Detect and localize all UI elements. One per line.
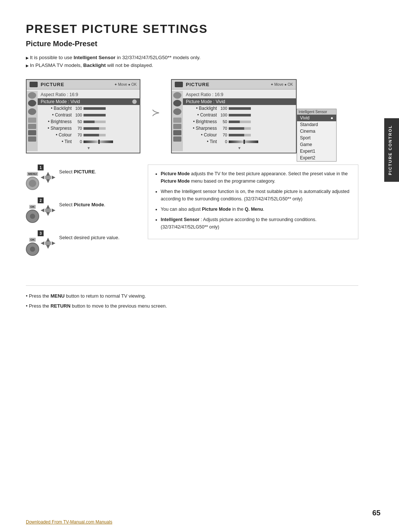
screen-left: PICTURE ✦ Move ● OK <box>26 79 140 153</box>
nav-mid-1 <box>41 176 55 179</box>
dropdown-sport[interactable]: Sport <box>297 135 336 141</box>
ok-inner <box>30 214 35 219</box>
step-3-text: Select desired picture value. <box>59 230 119 240</box>
brightness-bar-right: 50 <box>219 119 251 124</box>
nav-center-2 <box>45 209 51 212</box>
contrast-bar-right: 100 <box>219 113 251 117</box>
side-tab: PICTURE CONTROL <box>384 118 399 182</box>
nav-left-1[interactable] <box>41 176 44 179</box>
mode-row-left: Picture Mode : Vivid <box>38 98 140 105</box>
brightness-fill-right <box>229 121 240 123</box>
bottom-notes: Press the MENU button to return to norma… <box>26 285 358 309</box>
dropdown-game[interactable]: Game <box>297 141 336 148</box>
aspect-label-left: Aspect Ratio : 16:9 <box>41 92 78 97</box>
brightness-label-right: • Brightness <box>186 119 219 124</box>
backlight-bar-left: 100 <box>74 106 106 111</box>
backlight-label-left: • Backlight <box>41 106 74 111</box>
backlight-val-right: 100 <box>219 106 227 111</box>
r-icon-2 <box>173 100 181 106</box>
screen-left-nav: ✦ Move ● OK <box>114 82 137 87</box>
contrast-val-left: 100 <box>74 113 82 117</box>
item-contrast-left: • Contrast 100 <box>38 112 140 118</box>
tint-track-right <box>229 140 258 143</box>
nav-right-3[interactable] <box>52 241 55 245</box>
dropdown-vivid[interactable]: Vivid ● <box>297 115 336 121</box>
item-tint-right: • Tint 0 <box>183 138 296 145</box>
dropdown-cinema[interactable]: Cinema <box>297 128 336 135</box>
left-side-icons <box>27 91 38 151</box>
aspect-label-right: Aspect Ratio : 16:9 <box>186 92 223 97</box>
colour-val-left: 70 <box>74 133 82 137</box>
backlight-val-left: 100 <box>74 106 82 111</box>
sharpness-label-right: • Sharpness <box>186 126 219 131</box>
colour-track-right <box>229 134 251 136</box>
ok-3-button[interactable] <box>26 243 39 256</box>
steps-col: 1 MENU <box>26 165 140 263</box>
menu-button[interactable] <box>26 177 39 190</box>
tint-bar-left: 0 <box>74 139 113 144</box>
step-3-buttons: OK <box>26 238 55 256</box>
nav-center-1 <box>45 176 51 179</box>
icon-6 <box>28 130 36 135</box>
item-colour-right: • Colour 70 <box>183 132 296 138</box>
right-main-content: Aspect Ratio : 16:9 Picture Mode : Vivid… <box>183 91 296 151</box>
nav-up-1[interactable] <box>46 172 50 176</box>
dropdown-expert1[interactable]: Expert1 <box>297 148 336 155</box>
brightness-fill-left <box>83 121 95 123</box>
tv-icon-left <box>30 82 38 87</box>
sharpness-bar-right: 70 <box>219 126 251 131</box>
ok-button[interactable] <box>26 210 39 223</box>
screen-right-body: Aspect Ratio : 16:9 Picture Mode : Vivid… <box>172 89 296 153</box>
ok-btn-wrapper: OK <box>26 205 39 223</box>
info-col: Picture Mode adjusts the TV for the best… <box>148 165 358 263</box>
icon-4 <box>28 118 36 123</box>
ok-btn-3-wrapper: OK <box>26 238 39 256</box>
contrast-label-right: • Contrast <box>186 112 219 118</box>
bullet-1: It is possible to use Intelligent Sensor… <box>26 55 358 60</box>
item-colour-left: • Colour 70 <box>38 132 140 138</box>
step-2-controls: 2 OK <box>26 197 55 223</box>
nav-up-3[interactable] <box>46 238 50 241</box>
footer-link[interactable]: Downloaded From TV-Manual.com Manuals <box>26 519 112 525</box>
menu-inner <box>29 180 36 187</box>
nav-left-2[interactable] <box>41 209 44 212</box>
screen-left-header: PICTURE ✦ Move ● OK <box>27 80 140 89</box>
tint-marker-right <box>243 140 245 144</box>
nav-cluster-1 <box>41 172 55 190</box>
step-3-badge: 3 <box>38 230 44 236</box>
colour-label-left: • Colour <box>41 132 74 138</box>
colour-fill-right <box>229 134 244 136</box>
colour-track-left <box>83 134 106 136</box>
bottom-note-2: Press the RETURN button to move to the p… <box>26 303 358 309</box>
sub-title: Picture Mode-Preset <box>26 40 358 48</box>
mode-row-right-wrapper: Picture Mode : Vivid Intelligent Sensor … <box>183 98 296 105</box>
nav-down-2[interactable] <box>46 212 50 216</box>
nav-up-2[interactable] <box>46 205 50 209</box>
contrast-fill-right <box>229 114 251 116</box>
tint-val-left: 0 <box>74 139 82 144</box>
brightness-val-right: 50 <box>219 119 227 124</box>
step-3-controls: 3 OK <box>26 230 55 256</box>
nav-cluster-2 <box>41 205 55 223</box>
nav-left-3[interactable] <box>41 241 44 245</box>
nav-right-2[interactable] <box>52 209 55 212</box>
menu-btn-wrapper: MENU <box>26 172 39 190</box>
nav-right-1[interactable] <box>52 176 55 179</box>
item-brightness-left: • Brightness 50 <box>38 118 140 125</box>
icon-7 <box>28 136 36 142</box>
dropdown-expert2[interactable]: Expert2 <box>297 155 336 161</box>
dropdown-standard[interactable]: Standard <box>297 121 336 128</box>
sharpness-val-left: 70 <box>74 126 82 131</box>
nav-down-1[interactable] <box>46 179 50 183</box>
step-1-controls: 1 MENU <box>26 165 55 190</box>
arrow-between-screens: ≻ <box>151 106 160 119</box>
backlight-fill-left <box>83 107 106 110</box>
dropdown-menu: Intelligent Sensor Vivid ● Standard Cine… <box>297 109 337 162</box>
aspect-row-left: Aspect Ratio : 16:9 <box>38 91 140 98</box>
mode-label-right: Picture Mode : Vivid <box>186 99 225 104</box>
sharpness-fill-right <box>229 127 244 130</box>
r-icon-5 <box>173 124 181 129</box>
colour-bar-right: 70 <box>219 133 251 137</box>
nav-cluster-3 <box>41 238 55 256</box>
nav-down-3[interactable] <box>46 245 50 249</box>
